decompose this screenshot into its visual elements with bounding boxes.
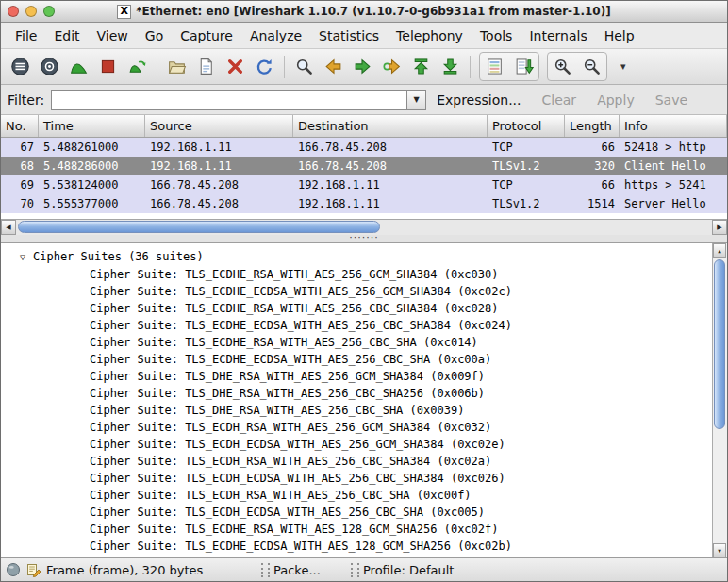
close-window-button[interactable] [8, 6, 19, 17]
save-button[interactable]: Save [645, 90, 698, 110]
menu-item[interactable]: File [7, 25, 45, 46]
cipher-suite-item[interactable]: Cipher Suite: TLS_ECDH_ECDSA_WITH_AES_25… [1, 436, 710, 453]
statusbar-profile[interactable]: Profile: Default [363, 563, 454, 577]
menu-item[interactable]: Edit [45, 25, 88, 46]
column-header[interactable]: No. [1, 115, 39, 137]
zoom-in-button[interactable] [548, 53, 577, 80]
cipher-suite-item[interactable]: Cipher Suite: TLS_ECDH_ECDSA_WITH_AES_25… [1, 504, 710, 521]
menu-item[interactable]: Internals [521, 25, 595, 46]
cell-time: 5.488286000 [39, 157, 145, 175]
cipher-suite-item[interactable]: Cipher Suite: TLS_ECDHE_ECDSA_WITH_AES_1… [1, 538, 710, 555]
column-header[interactable]: Length [565, 115, 620, 137]
open-capture-file-button[interactable] [162, 53, 191, 80]
zoom-out-button[interactable] [577, 53, 606, 80]
auto-scroll-button[interactable] [509, 53, 538, 80]
cell-info: Server Hello [620, 194, 727, 213]
clear-button[interactable]: Clear [532, 90, 587, 110]
go-to-top-button[interactable] [406, 53, 436, 80]
menu-item[interactable]: Help [596, 25, 643, 46]
filter-entry: ▼ [51, 90, 426, 110]
cipher-suite-item[interactable]: Cipher Suite: TLS_ECDHE_RSA_WITH_AES_256… [1, 266, 710, 283]
scroll-up-button[interactable]: ▲ [713, 243, 726, 258]
packet-row[interactable]: 70 5.555377000 166.78.45.208 192.168.1.1… [1, 194, 727, 213]
column-header[interactable]: Destination [293, 115, 488, 137]
cipher-suite-item[interactable]: Cipher Suite: TLS_ECDHE_ECDSA_WITH_AES_2… [1, 283, 710, 300]
packet-row[interactable]: 68 5.488286000 192.168.1.11 166.78.45.20… [1, 157, 727, 175]
packet-list-header: No.TimeSourceDestinationProtocolLengthIn… [1, 115, 727, 138]
menu-item[interactable]: Telephony [388, 25, 472, 46]
scroll-left-button[interactable]: ◀ [1, 220, 16, 235]
menu-item[interactable]: Go [137, 25, 172, 46]
tree-node-cipher-suites[interactable]: ▽Cipher Suites (36 suites) [1, 248, 710, 266]
save-capture-file-button[interactable] [191, 53, 221, 80]
pane-resize-grip[interactable]: ······· [1, 235, 727, 243]
menu-item[interactable]: Analyze [241, 25, 310, 46]
close-capture-file-button[interactable] [221, 53, 250, 80]
cell-no: 68 [1, 157, 39, 175]
zoom-window-button[interactable] [43, 6, 55, 17]
menu-item[interactable]: Tools [472, 25, 521, 46]
go-forward-button[interactable] [348, 53, 377, 80]
wireshark-window: X *Ethernet: en0 [Wireshark 1.10.7 (v1.1… [0, 0, 728, 582]
cipher-suite-item[interactable]: Cipher Suite: TLS_ECDH_ECDSA_WITH_AES_25… [1, 470, 710, 487]
packet-row[interactable]: 67 5.488261000 192.168.1.11 166.78.45.20… [1, 138, 727, 157]
chevron-down-icon: ▼ [414, 95, 420, 104]
cell-no: 69 [1, 175, 39, 194]
hscroll-track[interactable] [16, 220, 712, 235]
menu-item[interactable]: Capture [172, 25, 241, 46]
cell-time: 5.488261000 [39, 138, 145, 157]
minimize-window-button[interactable] [25, 6, 37, 17]
go-to-packet-button[interactable] [377, 53, 406, 80]
cipher-suite-item[interactable]: Cipher Suite: TLS_ECDHE_RSA_WITH_AES_256… [1, 300, 710, 317]
cipher-suite-item[interactable]: Cipher Suite: TLS_DHE_RSA_WITH_AES_256_G… [1, 368, 710, 385]
reload-capture-button[interactable] [250, 53, 279, 80]
arrow-down-bar-icon [440, 57, 460, 76]
expert-info-icon[interactable] [5, 562, 21, 578]
cipher-suite-item[interactable]: Cipher Suite: TLS_ECDHE_RSA_WITH_AES_256… [1, 334, 710, 351]
cipher-suite-item[interactable]: Cipher Suite: TLS_ECDHE_ECDSA_WITH_AES_2… [1, 317, 710, 334]
triangle-up-icon: ▲ [718, 247, 721, 254]
column-header[interactable]: Time [39, 115, 145, 137]
filter-toolbar: Filter: ▼ Expression... Clear Apply Save [1, 85, 727, 115]
capture-comment-icon[interactable] [25, 562, 41, 578]
go-to-bottom-button[interactable] [436, 53, 465, 80]
cell-protocol: TLSv1.2 [488, 157, 565, 175]
menu-item[interactable]: Statistics [310, 25, 388, 46]
cipher-suite-item[interactable]: Cipher Suite: TLS_ECDH_RSA_WITH_AES_256_… [1, 487, 710, 504]
stop-capture-button[interactable] [93, 53, 123, 80]
cipher-suite-item[interactable]: Cipher Suite: TLS_ECDHE_RSA_WITH_AES_128… [1, 521, 710, 538]
details-vscrollbar[interactable]: ▲ ▼ [712, 243, 727, 557]
cipher-suite-item[interactable]: Cipher Suite: TLS_DHE_RSA_WITH_AES_256_C… [1, 385, 710, 402]
statusbar-grip[interactable] [351, 563, 359, 577]
cell-destination: 166.78.45.208 [293, 157, 488, 175]
vscroll-thumb[interactable] [714, 259, 725, 429]
cipher-suite-item[interactable]: Cipher Suite: TLS_ECDHE_ECDSA_WITH_AES_2… [1, 351, 710, 368]
cipher-suite-item[interactable]: Cipher Suite: TLS_ECDH_RSA_WITH_AES_256_… [1, 419, 710, 436]
colorize-packet-list-button[interactable] [480, 53, 509, 80]
statusbar-grip[interactable] [261, 563, 270, 577]
expression-button[interactable]: Expression... [426, 90, 531, 110]
restart-capture-button[interactable] [123, 53, 152, 80]
hscroll-thumb[interactable] [18, 221, 380, 233]
expander-open-icon[interactable]: ▽ [20, 249, 33, 266]
find-packet-button[interactable] [290, 53, 319, 80]
menu-item[interactable]: View [89, 25, 137, 46]
window-controls [8, 1, 55, 22]
start-capture-button[interactable] [64, 53, 93, 80]
toolbar-overflow-button[interactable]: ▾ [615, 60, 632, 73]
list-interfaces-button[interactable] [6, 53, 35, 80]
packet-row[interactable]: 69 5.538124000 166.78.45.208 192.168.1.1… [1, 175, 727, 194]
cipher-suite-item[interactable]: Cipher Suite: TLS_ECDH_RSA_WITH_AES_256_… [1, 453, 710, 470]
go-back-button[interactable] [319, 53, 348, 80]
column-header[interactable]: Protocol [488, 115, 565, 137]
filter-input[interactable] [51, 90, 406, 110]
statusbar-packets-text: Packe... [273, 563, 347, 577]
column-header[interactable]: Info [620, 115, 727, 137]
apply-button[interactable]: Apply [587, 90, 645, 110]
scroll-right-button[interactable]: ▶ [712, 220, 727, 235]
capture-options-button[interactable] [35, 53, 64, 80]
column-header[interactable]: Source [145, 115, 293, 137]
cipher-suite-item[interactable]: Cipher Suite: TLS_DHE_RSA_WITH_AES_256_C… [1, 402, 710, 419]
filter-dropdown-button[interactable]: ▼ [406, 90, 426, 110]
scroll-down-button[interactable]: ▼ [713, 543, 726, 557]
